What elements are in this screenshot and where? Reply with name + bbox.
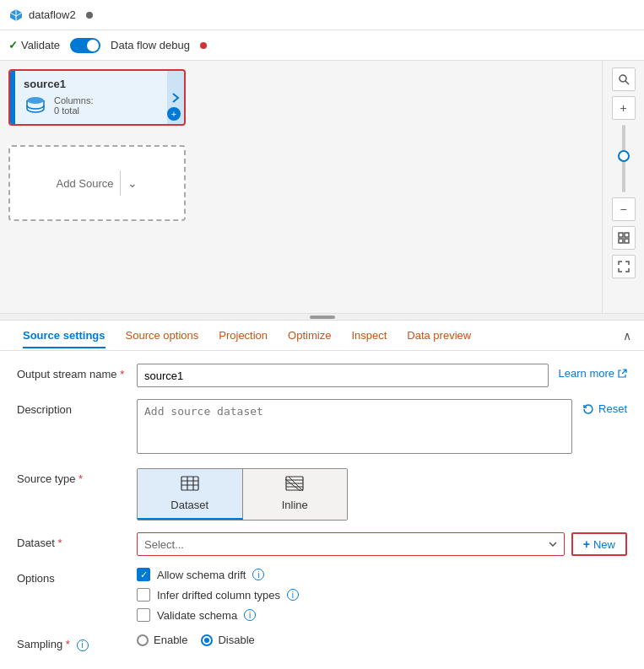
debug-label: Data flow debug — [111, 39, 190, 51]
svg-rect-4 — [625, 233, 629, 237]
validate-schema-row: Validate schema i — [137, 608, 627, 622]
slider-track — [622, 125, 625, 192]
source-type-control: Dataset — [137, 468, 627, 521]
sampling-info-icon[interactable]: i — [77, 639, 89, 651]
app-title: dataflow2 — [29, 8, 76, 21]
tab-optimize[interactable]: Optimize — [278, 322, 341, 348]
output-stream-input[interactable] — [137, 364, 549, 387]
allow-schema-drift-row: Allow schema drift i — [137, 568, 627, 581]
infer-drifted-info-icon[interactable]: i — [287, 589, 299, 601]
required-marker: * — [120, 368, 124, 380]
add-source-chevron-icon[interactable]: ⌄ — [127, 176, 138, 190]
dataset-icon — [181, 476, 199, 495]
collapse-bar[interactable] — [0, 314, 644, 321]
required-marker-3: * — [57, 537, 62, 549]
form-area: Output stream name * Learn more Descript… — [0, 351, 644, 669]
debug-toggle[interactable] — [70, 38, 100, 53]
enable-radio-button[interactable] — [137, 634, 149, 646]
allow-schema-drift-checkbox[interactable] — [137, 568, 150, 581]
sampling-label: Sampling * i — [17, 634, 127, 651]
inline-icon — [285, 476, 304, 495]
right-controls: + − — [602, 61, 644, 313]
canvas-content: source1 Columns: 0 total — [0, 61, 602, 313]
tab-inspect[interactable]: Inspect — [341, 322, 397, 348]
options-label: Options — [17, 568, 127, 585]
node-info: Columns: 0 total — [54, 95, 93, 116]
validate-schema-checkbox[interactable] — [137, 608, 150, 622]
node-content: source1 Columns: 0 total — [15, 71, 167, 124]
svg-rect-7 — [181, 477, 198, 490]
learn-more-link[interactable]: Learn more — [559, 367, 627, 380]
sampling-row: Sampling * i Enable Disable — [17, 634, 627, 651]
toolbar: ✓ Validate Data flow debug — [0, 30, 644, 61]
columns-label: Columns: — [54, 95, 93, 105]
disable-radio-row[interactable]: Disable — [201, 634, 254, 646]
top-bar: dataflow2 — [0, 0, 644, 30]
divider — [120, 170, 121, 196]
panel-collapse-button[interactable]: ∧ — [623, 329, 631, 343]
validate-button[interactable]: ✓ Validate — [8, 39, 60, 51]
tabs-bar: Source settings Source options Projectio… — [0, 321, 644, 351]
database-icon — [24, 94, 47, 117]
slider-thumb[interactable] — [618, 150, 630, 162]
dataset-row: Dataset * Select... + New — [17, 532, 627, 556]
canvas-area: source1 Columns: 0 total — [0, 61, 644, 314]
output-stream-row: Output stream name * Learn more — [17, 364, 627, 387]
output-stream-label: Output stream name * — [17, 364, 127, 380]
sampling-radio-group: Enable Disable — [137, 634, 627, 646]
infer-drifted-checkbox[interactable] — [137, 588, 150, 602]
reset-button[interactable]: Reset — [582, 402, 627, 415]
new-dataset-button[interactable]: + New — [571, 532, 627, 556]
source-type-row: Source type * — [17, 468, 627, 521]
validate-label: Validate — [21, 39, 60, 51]
tab-data-preview[interactable]: Data preview — [397, 322, 481, 348]
svg-rect-6 — [625, 239, 629, 243]
svg-point-1 — [620, 75, 626, 82]
check-icon: ✓ — [8, 39, 18, 51]
tab-source-options[interactable]: Source options — [116, 322, 209, 348]
dataset-select[interactable]: Select... — [137, 532, 565, 556]
collapse-handle — [310, 316, 335, 319]
node-plus-button[interactable]: + — [167, 107, 181, 121]
inline-type-button[interactable]: Inline — [243, 469, 348, 520]
source-type-label: Source type * — [17, 468, 127, 485]
svg-rect-5 — [619, 239, 623, 243]
dataset-type-button[interactable]: Dataset — [138, 469, 243, 520]
enable-radio-row[interactable]: Enable — [137, 634, 187, 646]
node-title: source1 — [24, 78, 159, 90]
tab-projection[interactable]: Projection — [208, 322, 278, 348]
learn-more-action: Learn more — [559, 364, 627, 380]
validate-schema-info-icon[interactable]: i — [244, 609, 256, 621]
options-control: Allow schema drift i Infer drifted colum… — [137, 568, 627, 622]
svg-rect-3 — [619, 233, 623, 237]
allow-schema-drift-info-icon[interactable]: i — [252, 569, 264, 580]
output-stream-control — [137, 364, 549, 387]
source-type-group: Dataset — [137, 468, 348, 521]
expand-button[interactable] — [612, 255, 636, 278]
bottom-panel: Source settings Source options Projectio… — [0, 321, 644, 669]
zoom-in-button[interactable]: + — [612, 96, 636, 120]
app-icon — [8, 8, 24, 23]
sampling-control: Enable Disable — [137, 634, 627, 646]
reset-action: Reset — [582, 399, 627, 415]
tab-source-settings[interactable]: Source settings — [13, 322, 116, 348]
add-source-box[interactable]: Add Source ⌄ — [8, 145, 186, 221]
unsaved-indicator — [86, 12, 93, 19]
svg-line-2 — [625, 81, 629, 84]
columns-value: 0 total — [54, 105, 93, 116]
zoom-slider[interactable] — [622, 125, 625, 192]
disable-radio-button[interactable] — [201, 634, 213, 646]
svg-point-0 — [27, 97, 44, 104]
source-node[interactable]: source1 Columns: 0 total — [8, 69, 186, 126]
new-plus-icon: + — [583, 537, 590, 551]
infer-drifted-row: Infer drifted column types i — [137, 588, 627, 602]
required-marker-4: * — [66, 638, 70, 650]
add-source-label: Add Source — [57, 177, 114, 190]
add-source-inner: Add Source ⌄ — [57, 170, 138, 196]
description-textarea[interactable] — [137, 399, 572, 454]
zoom-out-button[interactable]: − — [612, 197, 636, 221]
fit-view-button[interactable] — [612, 226, 636, 250]
search-button[interactable] — [612, 67, 636, 91]
description-control — [137, 399, 572, 456]
description-row: Description Reset — [17, 399, 627, 456]
